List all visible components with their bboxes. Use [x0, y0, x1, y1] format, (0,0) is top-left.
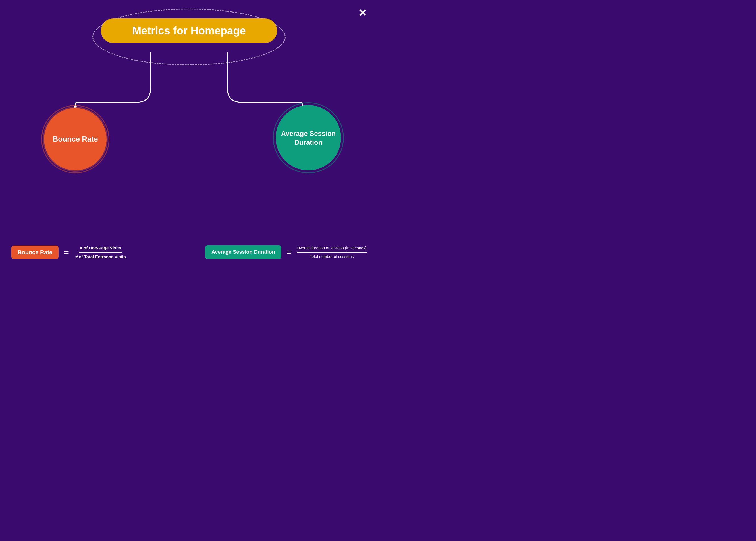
bounce-rate-formula: Bounce Rate = # of One-Page Visits # of … [11, 246, 127, 259]
bounce-equals-sign: = [64, 247, 69, 258]
close-icon[interactable]: ✕ [358, 8, 367, 18]
avg-session-fraction: Overall duration of session (in seconds)… [297, 246, 367, 259]
avg-session-formula: Average Session Duration = Overall durat… [205, 246, 367, 259]
page-title: Metrics for Homepage [118, 25, 260, 37]
title-pill: Metrics for Homepage [101, 18, 277, 43]
bounce-numerator: # of One-Page Visits [79, 246, 122, 253]
avg-session-circle: Average Session Duration [276, 105, 341, 171]
avg-numerator: Overall duration of session (in seconds) [297, 246, 367, 253]
bounce-rate-label: Bounce Rate [53, 135, 98, 144]
bounce-rate-fraction: # of One-Page Visits # of Total Entrance… [74, 246, 127, 259]
formulas-section: Bounce Rate = # of One-Page Visits # of … [0, 246, 378, 259]
bounce-rate-circle: Bounce Rate [44, 108, 107, 171]
bounce-rate-formula-label: Bounce Rate [11, 246, 59, 259]
avg-denominator: Total number of sessions [310, 253, 354, 259]
avg-equals-sign: = [286, 247, 292, 258]
avg-session-label: Average Session Duration [276, 129, 341, 147]
avg-session-formula-label: Average Session Duration [205, 246, 281, 259]
bounce-denominator: # of Total Entrance Visits [74, 253, 127, 259]
